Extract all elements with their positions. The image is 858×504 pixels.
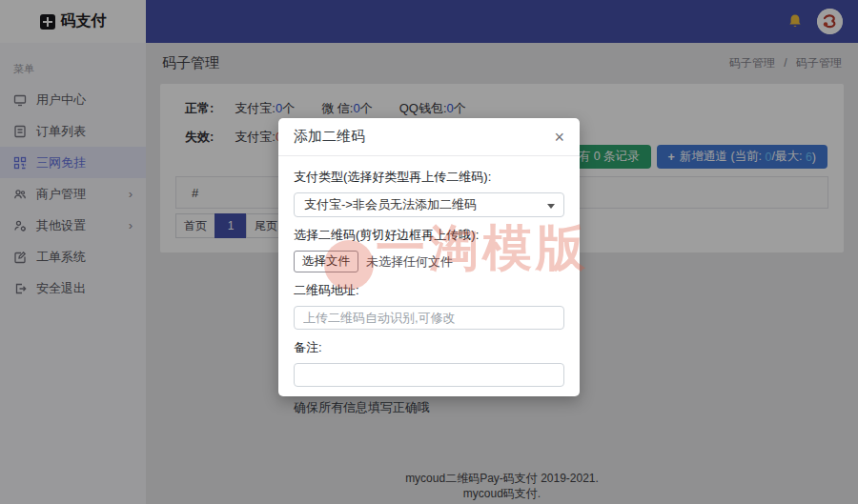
modal-note: 确保所有信息填写正确哦: [294, 399, 564, 416]
modal-title: 添加二维码: [294, 128, 365, 146]
qrcode-address-label: 二维码地址:: [294, 282, 564, 299]
choose-file-button[interactable]: 选择文件: [294, 251, 358, 272]
pay-type-select[interactable]: 支付宝->非会员无法添加二维码: [294, 192, 564, 217]
remark-label: 备注:: [294, 339, 564, 356]
remark-input[interactable]: [294, 363, 564, 387]
qrcode-file-label: 选择二维码(剪切好边框再上传哦):: [294, 227, 564, 244]
close-icon[interactable]: ×: [554, 129, 564, 146]
qrcode-address-input[interactable]: [294, 306, 564, 330]
pay-type-label: 支付类型(选择好类型再上传二维码):: [294, 169, 564, 186]
pay-type-selected-value: 支付宝->非会员无法添加二维码: [304, 196, 477, 213]
file-status-text: 未选择任何文件: [366, 253, 453, 271]
add-qrcode-modal: 添加二维码 × 支付类型(选择好类型再上传二维码): 支付宝->非会员无法添加二…: [278, 118, 580, 396]
